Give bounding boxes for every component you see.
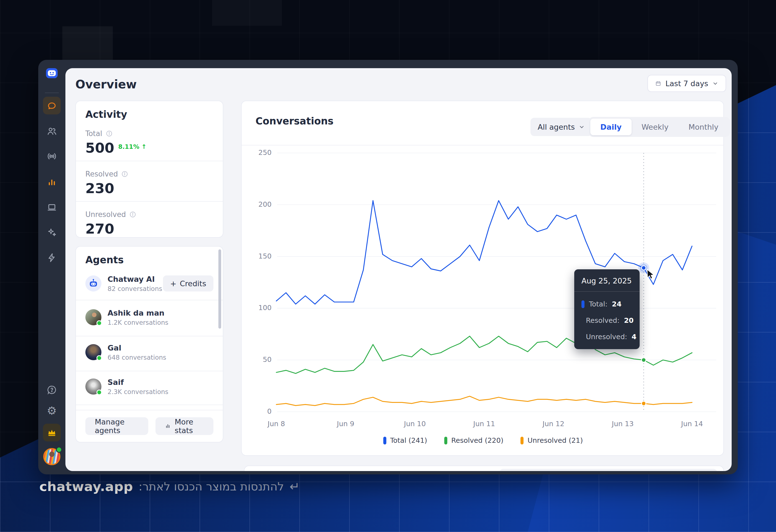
agent-conversations: 648 conversations	[108, 354, 166, 361]
divider	[76, 405, 223, 405]
help-icon	[46, 384, 57, 395]
tooltip-row-unresolved: Unresolved: 4	[581, 333, 632, 341]
more-stats-label: More stats	[175, 418, 204, 435]
sidebar-item-automation[interactable]	[38, 252, 65, 263]
info-icon[interactable]	[129, 211, 136, 218]
online-status-dot	[56, 447, 62, 453]
line-chart[interactable]: Aug 25, 2025 Total: 24 Resolved: 20	[242, 101, 725, 456]
agent-row-ashik[interactable]: Ashik da man 1.2K conversations	[85, 302, 214, 332]
y-axis-tick: 100	[247, 304, 271, 312]
legend-unresolved: Unresolved (21)	[521, 437, 583, 445]
stat-resolved-label: Resolved	[85, 170, 128, 178]
blue-pill-icon	[383, 437, 386, 445]
agent-name: Chatway AI	[108, 275, 162, 283]
legend-resolved: Resolved (220)	[444, 437, 503, 445]
gear-icon: ⚙	[47, 405, 57, 416]
agents-footer: Manage agents More stats	[76, 410, 223, 442]
online-dot	[96, 389, 102, 395]
sidebar-item-upgrade[interactable]	[38, 427, 65, 438]
more-stats-button[interactable]: More stats	[156, 417, 213, 435]
credits-button[interactable]: + Credits	[163, 275, 213, 291]
agent-info: Ashik da man 1.2K conversations	[108, 309, 169, 326]
legend-label: Resolved (220)	[451, 437, 503, 445]
tooltip-label: Total:	[589, 300, 607, 308]
sidebar-item-inbox[interactable]	[38, 101, 65, 111]
tooltip-date: Aug 25, 2025	[581, 277, 632, 285]
tooltip-row-resolved: Resolved: 20	[581, 316, 632, 324]
return-arrow-glyph: ↵	[289, 479, 300, 494]
activity-title: Activity	[85, 109, 127, 120]
sidebar-item-knowledge-base[interactable]	[38, 202, 65, 213]
agent-conversations: 2.3K conversations	[108, 388, 169, 395]
bottom-caption: chatway.app להתנסות במוצר הכנסו לאתר: ↵	[39, 479, 300, 494]
robot-icon	[87, 277, 100, 290]
sidebar-item-help[interactable]	[38, 384, 65, 395]
divider	[76, 201, 223, 202]
bar-chart-icon	[46, 177, 57, 187]
agent-name: Ashik da man	[108, 309, 169, 317]
credits-label: Credits	[180, 279, 206, 288]
sidebar-item-analytics[interactable]	[38, 177, 65, 187]
stat-unresolved-label: Unresolved	[85, 210, 136, 219]
info-icon[interactable]	[106, 130, 113, 137]
online-dot	[96, 320, 102, 326]
legend-label: Total (241)	[390, 437, 427, 445]
page-title: Overview	[75, 77, 137, 91]
avatar	[85, 378, 102, 394]
agent-info: Gal 648 conversations	[108, 343, 166, 361]
stat-total-value: 5008.11% ↑	[85, 140, 147, 156]
agent-info: Chatway AI 82 conversations	[108, 275, 162, 292]
x-axis-tick: Jun 8	[260, 420, 293, 428]
orange-pill-icon	[521, 437, 524, 445]
calendar-icon	[655, 80, 661, 86]
stat-total-delta: 8.11% ↑	[118, 143, 146, 150]
agents-scrollbar[interactable]	[218, 249, 221, 329]
screenshot-root: chatway.app להתנסות במוצר הכנסו לאתר: ↵	[0, 0, 776, 532]
x-axis-tick: Jun 10	[398, 420, 431, 428]
next-card-control-sliver	[500, 469, 717, 471]
tooltip-divider	[574, 291, 640, 292]
bot-avatar	[85, 275, 102, 291]
date-range-button[interactable]: Last 7 days	[647, 75, 726, 92]
mini-bar-chart-icon	[165, 422, 171, 430]
agent-row-saif[interactable]: Saif 2.3K conversations	[85, 371, 214, 402]
avatar	[85, 309, 102, 325]
sidebar-item-ai-assist[interactable]	[38, 227, 65, 238]
tooltip-value: 4	[632, 333, 636, 341]
y-axis-tick: 150	[247, 252, 271, 260]
tooltip-label: Unresolved:	[586, 333, 627, 341]
tooltip-row-total: Total: 24	[581, 300, 632, 308]
date-range-label: Last 7 days	[665, 79, 708, 88]
agent-info: Saif 2.3K conversations	[108, 378, 169, 395]
agent-name: Saif	[108, 378, 169, 386]
stat-total-label: Total	[85, 129, 113, 138]
tooltip-value: 20	[624, 316, 633, 324]
agent-row-gal[interactable]: Gal 648 conversations	[85, 337, 214, 367]
manage-agents-button[interactable]: Manage agents	[85, 417, 148, 435]
legend-total: Total (241)	[383, 437, 427, 445]
sparkles-icon	[46, 227, 57, 238]
chart-tooltip: Aug 25, 2025 Total: 24 Resolved: 20	[574, 269, 640, 349]
x-axis-tick: Jun 11	[467, 420, 501, 428]
sidebar: ⚙	[38, 60, 65, 474]
agents-card: Agents Chatway AI 82 conversations	[75, 246, 223, 443]
chatway-logo[interactable]	[38, 68, 65, 80]
sidebar-item-settings[interactable]: ⚙	[38, 405, 65, 416]
broadcast-icon	[46, 151, 57, 162]
stat-unresolved-value: 270	[85, 221, 114, 237]
online-dot	[96, 355, 102, 361]
agents-title: Agents	[85, 254, 124, 265]
x-axis-tick: Jun 12	[537, 420, 570, 428]
mouse-cursor-icon	[644, 268, 656, 280]
book-icon	[46, 202, 57, 213]
y-axis-tick: 250	[247, 149, 271, 157]
blue-pill-icon	[581, 300, 584, 308]
info-icon[interactable]	[121, 171, 128, 178]
divider	[76, 336, 223, 336]
agent-conversations: 82 conversations	[108, 285, 162, 292]
stat-value-text: 500	[85, 140, 114, 156]
x-axis-tick: Jun 9	[329, 420, 362, 428]
stat-label-text: Resolved	[85, 170, 118, 178]
sidebar-item-broadcast[interactable]	[38, 151, 65, 162]
sidebar-item-contacts[interactable]	[38, 126, 65, 137]
